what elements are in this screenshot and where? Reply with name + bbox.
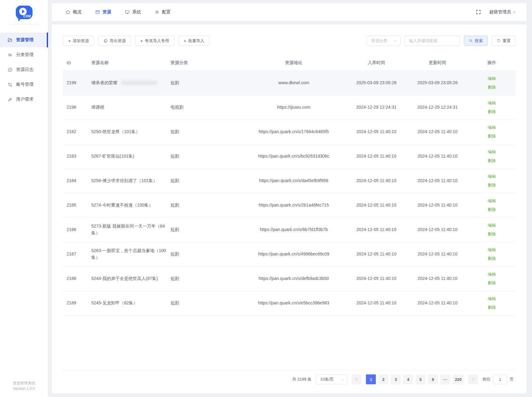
cell-category: 短剧 [169,266,242,291]
edit-link[interactable]: 编辑 [469,221,514,229]
cell-updated-time: 2024-12-05 11:40:10 [407,193,468,217]
delete-link[interactable]: 删除 [469,279,514,287]
table-row[interactable]: 2187 5263-一胎双宝，抢个总裁当爹地（100集） 短剧 https://… [63,242,516,266]
table-row[interactable]: 2188 5244-我的弟子全是绝世高人(87集) 短剧 https://pan… [63,266,516,291]
cell-id: 2184 [63,168,90,193]
batch-import-label: 批量导入 [188,38,204,44]
goto-page-input[interactable] [493,375,507,384]
page-button-2[interactable]: 2 [378,374,388,384]
nav-tab-system[interactable]: 系统 [125,9,141,15]
edit-link[interactable]: 编辑 [469,294,514,303]
delete-link[interactable]: 删除 [469,156,514,165]
export-resource-button[interactable]: 导出资源 [98,36,131,46]
table-row[interactable]: 2189 5245-见龙卸甲（82集） 短剧 https://pan.quark… [63,291,516,315]
cell-category: 短剧 [169,291,242,315]
nav-tab-overview[interactable]: 概况 [65,9,81,15]
home-icon [65,10,70,15]
page-button-4[interactable]: 4 [403,374,413,384]
table-row[interactable]: 2198 琅琊榜 电视剧 https://ijiuwu.com 2024-12-… [63,95,516,120]
cell-resource-url: https://pan.quark.cn/s/4996bec69c09 [242,242,346,266]
folder-icon [7,37,13,43]
quark-import-button[interactable]: + 夸克导入专用 [135,36,174,46]
category-filter-select[interactable]: 筛选分类 [367,36,401,46]
cell-created-time: 2024-12-05 11:40:10 [346,266,407,291]
delete-link[interactable]: 删除 [469,181,514,189]
delete-link[interactable]: 删除 [469,230,514,238]
nav-tab-config[interactable]: 配置 [155,9,171,15]
user-menu[interactable]: 超级管理员 [489,9,516,15]
cell-category: 电视剧 [169,95,242,120]
cell-category: 短剧 [169,217,242,242]
cell-resource-url: https://pan.quark.cn/s/defb9adc3b50 [242,266,346,291]
cell-actions: 编辑 删除 [468,120,516,144]
sidebar-item-account-management[interactable]: 账号管理 [0,77,48,92]
cell-resource-name: 5258-傅少求求你别虐了（101集） [90,168,169,193]
page-button-6[interactable]: 6 [428,374,438,384]
nav-tab-label: 资源 [103,9,111,15]
sidebar-footer: 资源管理系统 Version 1.0.0 [0,380,48,397]
keyword-search-input[interactable] [405,36,460,46]
prev-page-button[interactable] [352,374,362,384]
delete-link[interactable]: 删除 [469,83,514,91]
cell-actions: 编辑 删除 [468,291,516,315]
edit-link[interactable]: 编辑 [469,197,514,205]
page-button-1[interactable]: 1 [366,374,376,384]
fullscreen-button[interactable] [476,9,481,15]
edit-link[interactable]: 编辑 [469,270,514,278]
next-page-button[interactable] [468,374,478,384]
delete-link[interactable]: 删除 [469,303,514,312]
sidebar-item-resource-management[interactable]: 资源管理 [0,33,48,47]
sidebar-item-user-requests[interactable]: 用户需求 [0,92,48,107]
search-icon [469,39,473,43]
add-resource-button[interactable]: + 添加资源 [63,36,94,46]
batch-import-button[interactable]: + 批量导入 [178,36,210,46]
table-row[interactable]: 2184 5258-傅少求求你别虐了（101集） 短剧 https://pan.… [63,168,516,193]
edit-link[interactable]: 编辑 [469,172,514,181]
cell-resource-name: 5274-今时重逢不相逢（100集） [90,193,169,217]
table-row[interactable]: 2186 5273-新版 我被困在同一天一万年（84集） 短剧 https://… [63,217,516,242]
edit-link[interactable]: 编辑 [469,148,514,156]
page-size-select[interactable]: 10条/页 [316,374,347,384]
column-header-url: 资源地址 [242,55,346,71]
delete-link[interactable]: 删除 [469,132,514,140]
edit-link[interactable]: 编辑 [469,246,514,254]
cell-resource-url: https://pan.quark.cn/s/17664c6465f5 [242,120,346,144]
cell-created-time: 2024-12-29 12:24:31 [346,95,407,120]
table-row[interactable]: 2185 5274-今时重逢不相逢（100集） 短剧 https://pan.q… [63,193,516,217]
resource-name: 5273-新版 我被困在同一天一万年（84集） [91,224,165,235]
page-size-value: 10条/页 [320,377,334,382]
table-row[interactable]: 2199 继承者的荣耀 短剧 www.dkewl.com 2025-03-09 … [63,71,516,95]
delete-link[interactable]: 删除 [469,107,514,116]
cell-updated-time: 2024-12-29 12:24:31 [407,95,468,120]
table-row[interactable]: 2183 5267-旷世医仙(101集) 短剧 https://pan.quar… [63,144,516,168]
log-icon [7,67,13,72]
page-button-3[interactable]: 3 [391,374,401,384]
search-button[interactable]: 搜索 [464,36,488,46]
user-name: 超级管理员 [489,9,511,15]
resource-name: 5245-见龙卸甲（82集） [91,300,138,305]
sidebar-item-category-management[interactable]: 分类管理 [0,47,48,62]
toolbar-buttons: + 添加资源 导出资源 + 夸克导入专用 + 批量导入 [63,36,209,46]
redacted-text [121,81,158,85]
edit-link[interactable]: 编辑 [469,74,514,83]
resource-name: 5244-我的弟子全是绝世高人(87集) [91,276,158,281]
edit-link[interactable]: 编辑 [469,99,514,107]
reset-button[interactable]: 重置 [492,36,516,46]
cell-resource-url: https://ijiuwu.com [242,95,346,120]
plus-icon: + [184,38,187,43]
cell-updated-time: 2024-12-05 11:40:10 [407,120,468,144]
chevron-down-icon [341,378,344,381]
page-button-5[interactable]: 5 [415,374,425,384]
delete-link[interactable]: 删除 [469,205,514,214]
nav-tab-label: 系统 [132,9,141,15]
page-ellipsis-button[interactable]: ··· [440,374,450,384]
page-button-220[interactable]: 220 [453,374,464,384]
cell-updated-time: 2024-12-05 11:40:10 [407,168,468,193]
sidebar-item-resource-log[interactable]: 资源日志 [0,62,48,77]
edit-link[interactable]: 编辑 [469,123,514,132]
delete-link[interactable]: 删除 [469,254,514,263]
nav-tab-resources[interactable]: 资源 [95,9,111,15]
table-row[interactable]: 2182 5250-绝世龙尊（101集） 短剧 https://pan.quar… [63,120,516,144]
cell-updated-time: 2024-12-05 11:40:10 [407,217,468,242]
cell-resource-name: 5245-见龙卸甲（82集） [90,291,169,315]
